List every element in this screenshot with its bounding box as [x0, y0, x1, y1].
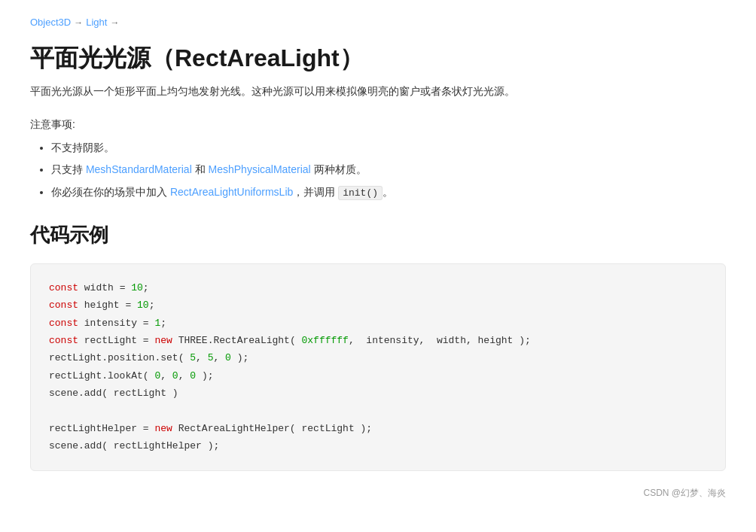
breadcrumb-separator-1: →	[74, 16, 83, 30]
uniforms-note-after: 。	[383, 186, 393, 198]
code-line-3: const intensity = 1;	[49, 315, 707, 332]
notes-list: 不支持阴影。 只支持 MeshStandardMaterial 和 MeshPh…	[30, 139, 726, 202]
breadcrumb-object3d[interactable]: Object3D	[30, 15, 71, 31]
code-block: const width = 10; const height = 10; con…	[30, 263, 726, 471]
breadcrumb-light[interactable]: Light	[86, 15, 107, 31]
code-line-5: rectLight.position.set( 5, 5, 0 );	[49, 349, 707, 366]
list-item-materials: 只支持 MeshStandardMaterial 和 MeshPhysicalM…	[51, 161, 726, 179]
init-code: init()	[338, 186, 383, 200]
link-mesh-physical-material[interactable]: MeshPhysicalMaterial	[209, 163, 311, 175]
code-section-title: 代码示例	[30, 220, 726, 251]
breadcrumb: Object3D → Light →	[30, 15, 726, 31]
list-item-uniforms: 你必须在你的场景中加入 RectAreaLightUniformsLib，并调用…	[51, 184, 726, 202]
code-line-7: scene.add( rectLight )	[49, 385, 707, 402]
code-line-10: scene.add( rectLightHelper );	[49, 437, 707, 454]
watermark: CSDN @幻梦、海炎	[30, 486, 726, 500]
link-rect-area-light-uniforms[interactable]: RectAreaLightUniformsLib	[170, 186, 293, 198]
shadow-note-text: 不支持阴影。	[51, 141, 114, 154]
list-item-shadows: 不支持阴影。	[51, 139, 726, 157]
code-line-6: rectLight.lookAt( 0, 0, 0 );	[49, 367, 707, 385]
page-description: 平面光光源从一个矩形平面上均匀地发射光线。这种光源可以用来模拟像明亮的窗户或者条…	[30, 83, 726, 101]
code-line-9: rectLightHelper = new RectAreaLightHelpe…	[49, 420, 707, 437]
breadcrumb-separator-2: →	[110, 16, 119, 30]
code-line-4: const rectLight = new THREE.RectAreaLigh…	[49, 332, 707, 349]
uniforms-note-before: 你必须在你的场景中加入	[51, 186, 170, 198]
page-title: 平面光光源（RectAreaLight）	[30, 43, 726, 74]
code-line-8	[49, 403, 707, 420]
code-line-2: const height = 10;	[49, 296, 707, 314]
code-line-1: const width = 10;	[49, 279, 707, 296]
note-label: 注意事项:	[30, 116, 726, 132]
uniforms-note-middle: ，并调用	[293, 186, 338, 198]
material-note-before: 只支持	[51, 163, 86, 175]
material-note-middle: 和	[192, 163, 209, 175]
material-note-after: 两种材质。	[311, 163, 367, 175]
link-mesh-standard-material[interactable]: MeshStandardMaterial	[86, 163, 192, 175]
